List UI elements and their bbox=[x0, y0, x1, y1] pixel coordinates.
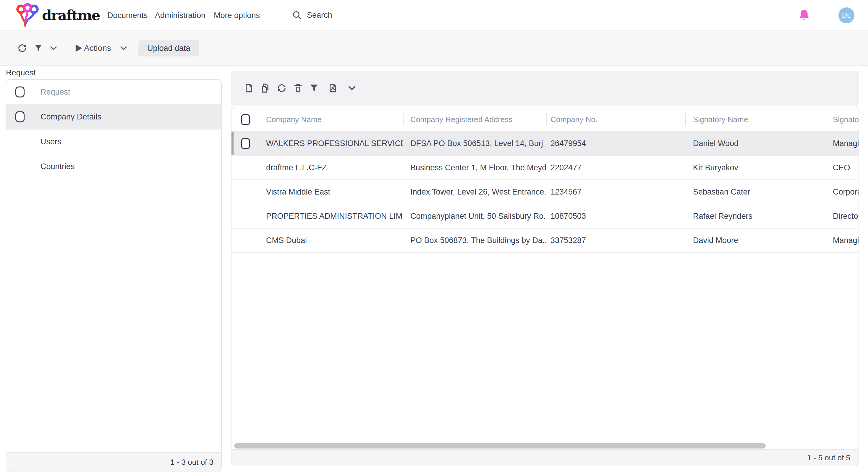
search-control[interactable]: Search bbox=[292, 10, 332, 21]
sidebar-empty-area bbox=[6, 179, 221, 452]
table-row[interactable]: WALKERS PROFESSIONAL SERVICES ...DFSA PO… bbox=[231, 132, 859, 156]
column-header-signatory-name[interactable]: Signatory Name bbox=[685, 107, 826, 132]
row-checkbox[interactable] bbox=[241, 138, 250, 149]
company-registered-address-cell: Index Tower, Level 26, West Entrance... bbox=[403, 187, 546, 197]
company-registered-address-cell: Companyplanet Unit, 50 Salisbury Ro... bbox=[403, 212, 546, 221]
toolbar: Actions Upload data bbox=[0, 30, 868, 66]
company-no-cell: 33753287 bbox=[546, 236, 685, 245]
request-list: RequestCompany DetailsUsersCountries bbox=[6, 80, 221, 179]
search-label: Search bbox=[307, 11, 332, 20]
user-avatar[interactable]: DL bbox=[838, 7, 855, 23]
company-no-cell: 2202477 bbox=[546, 163, 685, 172]
refresh-icon[interactable] bbox=[277, 83, 287, 93]
company-name-cell: CMS Dubai bbox=[255, 236, 403, 245]
navbar: draftme Documents Administration More op… bbox=[0, 0, 868, 30]
balloons-logo-icon bbox=[16, 3, 39, 28]
refresh-icon[interactable] bbox=[17, 43, 27, 53]
signatory-title-cell: Corpora bbox=[826, 187, 859, 197]
table-toolbar bbox=[231, 71, 859, 105]
company-name-cell: Vistra Middle East bbox=[255, 187, 403, 197]
signatory-name-cell: Daniel Wood bbox=[685, 139, 826, 148]
trash-icon[interactable] bbox=[293, 83, 303, 93]
filter-icon[interactable] bbox=[34, 43, 43, 53]
play-icon[interactable] bbox=[75, 44, 83, 52]
chevron-down-icon[interactable] bbox=[347, 83, 356, 93]
upload-data-button[interactable]: Upload data bbox=[138, 40, 199, 57]
request-list-panel: RequestCompany DetailsUsersCountries 1 -… bbox=[6, 79, 222, 472]
table-pagination: 1 - 5 out of 5 bbox=[231, 449, 859, 466]
row-checkbox[interactable] bbox=[16, 112, 25, 122]
company-name-cell: PROPERTIES ADMINISTRATION LIMIT... bbox=[255, 212, 403, 221]
signatory-name-cell: David Moore bbox=[685, 236, 826, 245]
company-name-cell: WALKERS PROFESSIONAL SERVICES ... bbox=[255, 139, 403, 148]
horizontal-scrollbar[interactable] bbox=[234, 443, 766, 448]
bell-icon[interactable] bbox=[799, 9, 810, 22]
sidebar-pagination: 1 - 3 out of 3 bbox=[6, 452, 221, 472]
selected-row-accent-bar bbox=[231, 132, 234, 155]
signatory-title-cell: CEO bbox=[826, 163, 859, 172]
filter-icon[interactable] bbox=[309, 83, 319, 93]
brand-name: draftme bbox=[42, 7, 100, 23]
sidebar-item-label: Countries bbox=[40, 162, 75, 171]
signatory-name-cell: Rafael Reynders bbox=[685, 212, 826, 221]
new-document-icon[interactable] bbox=[244, 83, 254, 93]
page-title: Request bbox=[6, 68, 36, 77]
column-header-company-name[interactable]: Company Name bbox=[255, 107, 403, 132]
signatory-title-cell: Managin bbox=[826, 236, 859, 245]
sidebar-item-label: Company Details bbox=[40, 113, 101, 122]
chevron-down-icon[interactable] bbox=[49, 44, 58, 53]
company-registered-address-cell: DFSA PO Box 506513, Level 14, Burj ... bbox=[403, 139, 546, 148]
table-header-row: Company Name Company Registered Address … bbox=[231, 107, 859, 132]
signatory-title-cell: Managin bbox=[826, 139, 859, 148]
nav-item-documents[interactable]: Documents bbox=[107, 11, 148, 20]
search-icon bbox=[292, 10, 302, 21]
company-registered-address-cell: PO Box 506873, The Buildings by Da... bbox=[403, 236, 546, 245]
company-name-cell: draftme L.L.C-FZ bbox=[255, 163, 403, 172]
brand-logo[interactable]: draftme bbox=[16, 3, 100, 28]
actions-button[interactable]: Actions bbox=[84, 43, 111, 53]
column-header-company-no[interactable]: Company No. bbox=[546, 107, 685, 132]
signatory-title-cell: Director bbox=[826, 212, 859, 221]
pdf-export-icon[interactable] bbox=[328, 83, 338, 93]
sidebar-item-users[interactable]: Users bbox=[6, 129, 221, 154]
column-header-company-registered-address[interactable]: Company Registered Address bbox=[403, 107, 546, 132]
companies-table-panel: Company Name Company Registered Address … bbox=[231, 107, 859, 466]
sidebar-item-countries[interactable]: Countries bbox=[6, 154, 221, 179]
sidebar-item-label: Users bbox=[40, 137, 61, 146]
column-header-signatory-title[interactable]: Signator bbox=[826, 107, 859, 132]
nav-item-administration[interactable]: Administration bbox=[155, 11, 206, 20]
select-all-checkbox[interactable] bbox=[241, 114, 250, 125]
signatory-name-cell: Kir Buryakov bbox=[685, 163, 826, 172]
nav-item-more-options[interactable]: More options bbox=[214, 11, 260, 20]
table-body: WALKERS PROFESSIONAL SERVICES ...DFSA PO… bbox=[231, 132, 859, 253]
company-registered-address-cell: Business Center 1, M Floor, The Meyd... bbox=[403, 163, 546, 172]
company-no-cell: 10870503 bbox=[546, 212, 685, 221]
company-no-cell: 1234567 bbox=[546, 187, 685, 197]
copy-icon[interactable] bbox=[260, 83, 270, 93]
table-row[interactable]: Vistra Middle EastIndex Tower, Level 26,… bbox=[231, 180, 859, 204]
sidebar-item-label: Request bbox=[40, 88, 70, 97]
table-row[interactable]: draftme L.L.C-FZBusiness Center 1, M Flo… bbox=[231, 156, 859, 180]
sidebar-item-company-details[interactable]: Company Details bbox=[6, 105, 221, 129]
company-no-cell: 26479954 bbox=[546, 139, 685, 148]
signatory-name-cell: Sebastian Cater bbox=[685, 187, 826, 197]
chevron-down-icon[interactable] bbox=[119, 44, 128, 53]
row-checkbox[interactable] bbox=[16, 87, 25, 98]
sidebar-item-request[interactable]: Request bbox=[6, 80, 221, 105]
row-checkbox-cell bbox=[231, 138, 255, 149]
table-row[interactable]: CMS DubaiPO Box 506873, The Buildings by… bbox=[231, 228, 859, 253]
table-row[interactable]: PROPERTIES ADMINISTRATION LIMIT...Compan… bbox=[231, 204, 859, 228]
